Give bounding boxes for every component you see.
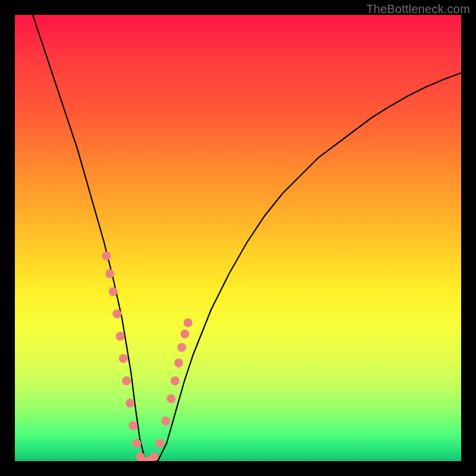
plot-area	[15, 15, 461, 461]
marker-dot	[174, 359, 183, 368]
marker-dot	[171, 377, 180, 386]
bottleneck-curve	[33, 15, 461, 461]
marker-dot	[132, 439, 141, 448]
marker-dot	[116, 332, 125, 341]
marker-dot	[105, 270, 114, 278]
marker-dot	[122, 377, 131, 386]
marker-dot	[150, 452, 159, 461]
marker-dot	[184, 318, 193, 327]
watermark-label: TheBottleneck.com	[366, 2, 470, 16]
marker-dot	[167, 394, 176, 403]
chart-frame: TheBottleneck.com	[0, 0, 476, 476]
marker-dot	[109, 287, 118, 296]
marker-dots-group	[102, 252, 192, 462]
marker-dot	[129, 421, 137, 430]
marker-dot	[119, 354, 128, 363]
marker-dot	[155, 439, 164, 448]
marker-dot	[180, 330, 189, 339]
marker-dot	[126, 399, 134, 408]
marker-dot	[112, 309, 121, 318]
marker-dot	[102, 252, 111, 261]
marker-dot	[177, 343, 186, 352]
marker-dot	[161, 416, 170, 425]
chart-overlay	[15, 15, 461, 461]
